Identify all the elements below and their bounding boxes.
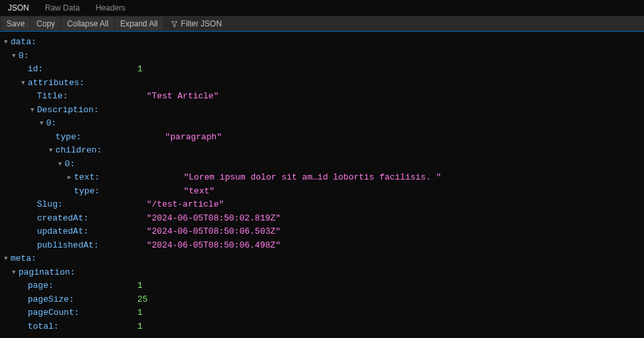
- json-value: 1: [137, 320, 143, 334]
- json-value: "text": [184, 185, 215, 199]
- colon: :: [83, 212, 89, 226]
- chevron-down-icon[interactable]: [38, 117, 45, 131]
- node-pagination[interactable]: pagination:: [3, 266, 644, 280]
- json-value: "paragraph": [165, 131, 222, 145]
- colon: :: [76, 131, 81, 145]
- expand-all-button[interactable]: Expand All: [115, 17, 163, 30]
- filter-json-button[interactable]: Filter JSON: [164, 17, 229, 30]
- json-key: children: [55, 144, 96, 158]
- node-total[interactable]: total: 1: [3, 320, 644, 334]
- json-key: 0: [65, 158, 70, 172]
- colon: :: [57, 198, 63, 212]
- copy-button[interactable]: Copy: [31, 17, 60, 30]
- json-key: 0: [18, 50, 24, 63]
- node-title[interactable]: Title: "Test Article": [3, 90, 644, 104]
- chevron-down-icon[interactable]: [29, 104, 36, 118]
- node-description[interactable]: Description:: [3, 104, 644, 118]
- colon: :: [31, 36, 36, 50]
- node-pageSize[interactable]: pageSize: 25: [3, 293, 644, 307]
- json-key: publishedAt: [37, 239, 94, 253]
- chevron-down-icon[interactable]: [3, 252, 9, 266]
- json-key: attributes: [28, 77, 79, 90]
- chevron-down-icon[interactable]: [3, 36, 9, 50]
- node-child-type[interactable]: type: "text": [3, 185, 644, 199]
- colon: :: [83, 225, 89, 239]
- json-key: text: [74, 171, 94, 185]
- json-key: updatedAt: [37, 225, 83, 239]
- colon: :: [31, 252, 36, 266]
- node-children[interactable]: children:: [3, 144, 644, 158]
- json-value: "/test-article": [147, 198, 224, 212]
- collapse-all-button[interactable]: Collapse All: [61, 17, 114, 30]
- chevron-down-icon[interactable]: [20, 77, 26, 90]
- node-page[interactable]: page: 1: [3, 279, 644, 293]
- chevron-down-icon[interactable]: [11, 266, 17, 280]
- json-key: Description: [37, 104, 94, 118]
- json-key: type: [74, 185, 94, 199]
- chevron-down-icon[interactable]: [48, 144, 54, 158]
- json-key: 0: [46, 117, 52, 131]
- colon: :: [70, 158, 75, 172]
- colon: :: [79, 77, 85, 90]
- json-key: id: [28, 63, 38, 77]
- node-description-0[interactable]: 0:: [3, 117, 644, 131]
- json-value: 1: [137, 279, 143, 293]
- json-key: data: [11, 36, 31, 50]
- filter-icon: [171, 20, 178, 27]
- colon: :: [94, 104, 99, 118]
- json-value: "2024-06-05T08:50:06.503Z": [147, 225, 281, 239]
- json-key: type: [55, 131, 76, 145]
- tab-raw-data[interactable]: Raw Data: [37, 1, 88, 15]
- node-attributes[interactable]: attributes:: [3, 77, 644, 90]
- json-key: Slug: [37, 198, 57, 212]
- node-child-text[interactable]: text: "Lorem ipsum dolor sit am…id lobor…: [3, 171, 644, 185]
- json-value: "2024-06-05T08:50:06.498Z": [147, 239, 281, 253]
- colon: :: [96, 144, 102, 158]
- json-value: 25: [137, 293, 148, 307]
- colon: :: [54, 320, 59, 334]
- json-key: Title: [37, 90, 63, 104]
- colon: :: [48, 279, 54, 293]
- node-data[interactable]: data:: [3, 36, 644, 50]
- node-id[interactable]: id: 1: [3, 63, 644, 77]
- node-slug[interactable]: Slug: "/test-article": [3, 198, 644, 212]
- node-updatedAt[interactable]: updatedAt: "2024-06-05T08:50:06.503Z": [3, 225, 644, 239]
- colon: :: [94, 185, 100, 199]
- node-data-0[interactable]: 0:: [3, 50, 644, 63]
- chevron-down-icon[interactable]: [11, 50, 17, 63]
- node-pageCount[interactable]: pageCount: 1: [3, 306, 644, 320]
- json-value: 1: [137, 63, 143, 77]
- colon: :: [94, 239, 99, 253]
- view-tabs: JSON Raw Data Headers: [0, 0, 644, 16]
- node-publishedAt[interactable]: publishedAt: "2024-06-05T08:50:06.498Z": [3, 239, 644, 253]
- json-value: 1: [137, 306, 143, 320]
- json-key: createdAt: [37, 212, 83, 226]
- json-tree: data: 0: id: 1 attributes: Title: "Test …: [0, 32, 644, 337]
- colon: :: [24, 50, 29, 63]
- tab-headers[interactable]: Headers: [88, 1, 133, 15]
- json-key: pageCount: [28, 306, 74, 320]
- json-key: meta: [11, 252, 31, 266]
- colon: :: [52, 117, 57, 131]
- node-desc-type[interactable]: type: "paragraph": [3, 131, 644, 145]
- colon: :: [63, 90, 68, 104]
- colon: :: [94, 171, 100, 185]
- json-value: "Test Article": [147, 90, 219, 104]
- node-meta[interactable]: meta:: [3, 252, 644, 266]
- json-value: "2024-06-05T08:50:02.819Z": [147, 212, 281, 226]
- chevron-down-icon[interactable]: [57, 158, 63, 172]
- colon: :: [69, 293, 74, 307]
- tab-json[interactable]: JSON: [0, 1, 37, 15]
- save-button[interactable]: Save: [1, 17, 30, 30]
- json-key: total: [28, 320, 54, 334]
- colon: :: [38, 63, 44, 77]
- chevron-right-icon[interactable]: [66, 171, 73, 185]
- filter-label: Filter JSON: [181, 19, 222, 28]
- json-key: pageSize: [28, 293, 69, 307]
- node-createdAt[interactable]: createdAt: "2024-06-05T08:50:02.819Z": [3, 212, 644, 226]
- node-children-0[interactable]: 0:: [3, 158, 644, 172]
- colon: :: [74, 306, 79, 320]
- toolbar: Save Copy Collapse All Expand All Filter…: [0, 16, 644, 32]
- json-value: "Lorem ipsum dolor sit am…id lobortis fa…: [184, 171, 441, 185]
- colon: :: [70, 266, 75, 280]
